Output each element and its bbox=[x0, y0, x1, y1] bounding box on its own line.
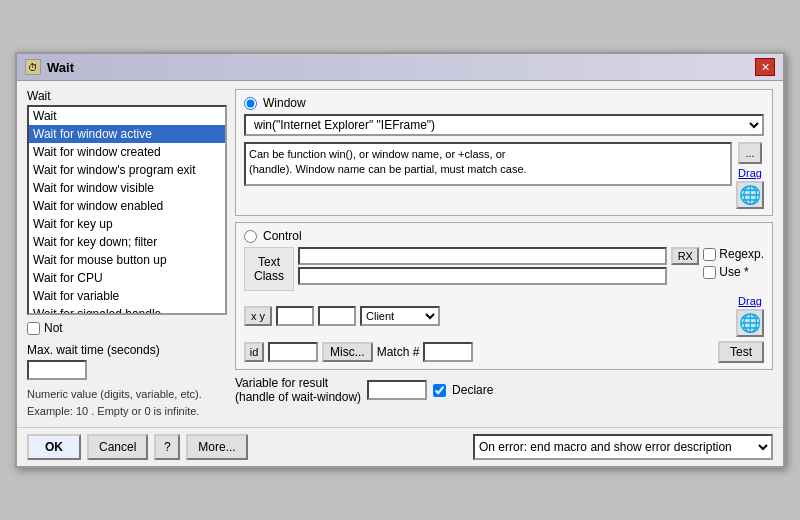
window-section: Window win("Internet Explorer" "IEFrame"… bbox=[235, 89, 773, 216]
list-item[interactable]: Wait for mouse button up bbox=[29, 251, 225, 269]
window-radio-label: Window bbox=[263, 96, 306, 110]
error-select[interactable]: On error: end macro and show error descr… bbox=[473, 434, 773, 460]
use-checkbox[interactable] bbox=[703, 266, 716, 279]
list-item[interactable]: Wait for key up bbox=[29, 215, 225, 233]
list-label: Wait bbox=[27, 89, 227, 103]
control-drag-btn[interactable]: Drag 🌐 bbox=[736, 295, 764, 337]
right-panel: Window win("Internet Explorer" "IEFrame"… bbox=[235, 89, 773, 419]
rx-button[interactable]: RX bbox=[671, 247, 699, 265]
window-drag-label: Drag bbox=[738, 167, 762, 179]
more-button[interactable]: More... bbox=[186, 434, 247, 460]
variable-input[interactable] bbox=[367, 380, 427, 400]
window-drag-icon[interactable]: 🌐 bbox=[736, 181, 764, 209]
control-section: Control TextClass RX Regexp. bbox=[235, 222, 773, 370]
dots-button[interactable]: ... bbox=[738, 142, 762, 164]
wait-dialog: ⏱ Wait ✕ Wait WaitWait for window active… bbox=[15, 52, 785, 468]
hint-text: Numeric value (digits, variable, etc).Ex… bbox=[27, 386, 227, 419]
list-item[interactable]: Wait for signaled handle bbox=[29, 305, 225, 315]
list-item[interactable]: Wait for window enabled bbox=[29, 197, 225, 215]
dialog-icon: ⏱ bbox=[25, 59, 41, 75]
cancel-button[interactable]: Cancel bbox=[87, 434, 148, 460]
not-row: Not bbox=[27, 321, 227, 335]
x-input[interactable] bbox=[276, 306, 314, 326]
list-item[interactable]: Wait for CPU bbox=[29, 269, 225, 287]
control-drag-label: Drag bbox=[738, 295, 762, 307]
window-radio-row: Window bbox=[244, 96, 764, 110]
window-radio[interactable] bbox=[244, 97, 257, 110]
regexp-checkbox[interactable] bbox=[703, 248, 716, 261]
regexp-row: Regexp. bbox=[703, 247, 764, 261]
id-button[interactable]: id bbox=[244, 342, 264, 362]
question-button[interactable]: ? bbox=[154, 434, 180, 460]
declare-checkbox[interactable] bbox=[433, 384, 446, 397]
not-checkbox[interactable] bbox=[27, 322, 40, 335]
left-panel: Wait WaitWait for window activeWait for … bbox=[27, 89, 227, 419]
match-input[interactable] bbox=[423, 342, 473, 362]
max-wait-input[interactable] bbox=[27, 360, 87, 380]
control-drag-icon[interactable]: 🌐 bbox=[736, 309, 764, 337]
bottom-bar: OK Cancel ? More... On error: end macro … bbox=[17, 427, 783, 466]
client-select[interactable]: Client bbox=[360, 306, 440, 326]
list-item[interactable]: Wait for key down; filter bbox=[29, 233, 225, 251]
title-bar: ⏱ Wait ✕ bbox=[17, 54, 783, 81]
list-item[interactable]: Wait for window's program exit bbox=[29, 161, 225, 179]
list-item[interactable]: Wait for window created bbox=[29, 143, 225, 161]
match-label: Match # bbox=[377, 345, 420, 359]
variable-label: Variable for result(handle of wait-windo… bbox=[235, 376, 361, 404]
window-combo[interactable]: win("Internet Explorer" "IEFrame") bbox=[244, 114, 764, 136]
window-help-text: Can be function win(), or window name, o… bbox=[244, 142, 732, 186]
use-row: Use * bbox=[703, 265, 764, 279]
control-radio-row: Control bbox=[244, 229, 764, 243]
control-radio-label: Control bbox=[263, 229, 302, 243]
regexp-label: Regexp. bbox=[719, 247, 764, 261]
window-combo-row: win("Internet Explorer" "IEFrame") bbox=[244, 114, 764, 136]
y-input[interactable] bbox=[318, 306, 356, 326]
control-radio[interactable] bbox=[244, 230, 257, 243]
class-input[interactable] bbox=[298, 267, 667, 285]
max-wait-row bbox=[27, 360, 227, 380]
use-label: Use * bbox=[719, 265, 748, 279]
title-bar-left: ⏱ Wait bbox=[25, 59, 74, 75]
dialog-title: Wait bbox=[47, 60, 74, 75]
id-input[interactable] bbox=[268, 342, 318, 362]
list-item[interactable]: Wait bbox=[29, 107, 225, 125]
list-item[interactable]: Wait for window active bbox=[29, 125, 225, 143]
xy-button[interactable]: x y bbox=[244, 306, 272, 326]
dialog-body: Wait WaitWait for window activeWait for … bbox=[17, 81, 783, 427]
declare-label: Declare bbox=[452, 383, 493, 397]
variable-row: Variable for result(handle of wait-windo… bbox=[235, 376, 773, 404]
text-input[interactable] bbox=[298, 247, 667, 265]
close-button[interactable]: ✕ bbox=[755, 58, 775, 76]
window-drag-btn[interactable]: Drag 🌐 bbox=[736, 167, 764, 209]
text-class-cell: TextClass bbox=[244, 247, 294, 291]
list-item[interactable]: Wait for window visible bbox=[29, 179, 225, 197]
misc-button[interactable]: Misc... bbox=[322, 342, 373, 362]
checkbox-row: Regexp. Use * bbox=[703, 247, 764, 279]
test-button[interactable]: Test bbox=[718, 341, 764, 363]
wait-list[interactable]: WaitWait for window activeWait for windo… bbox=[27, 105, 227, 315]
ok-button[interactable]: OK bbox=[27, 434, 81, 460]
max-wait-label: Max. wait time (seconds) bbox=[27, 343, 227, 357]
window-help-area: Can be function win(), or window name, o… bbox=[244, 142, 764, 209]
list-item[interactable]: Wait for variable bbox=[29, 287, 225, 305]
not-label: Not bbox=[44, 321, 63, 335]
